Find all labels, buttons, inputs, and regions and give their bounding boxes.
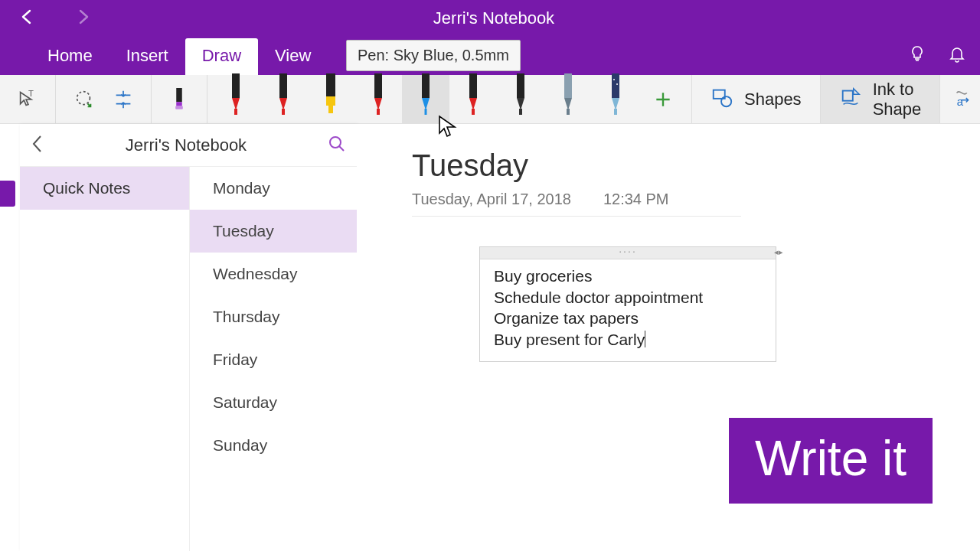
svg-point-1	[77, 91, 90, 104]
svg-rect-2	[176, 88, 182, 102]
page-item[interactable]: Sunday	[190, 424, 357, 467]
pen-red-1[interactable]	[212, 75, 260, 124]
insert-space-icon[interactable]	[103, 75, 143, 123]
sections-list: Quick Notes	[20, 167, 190, 551]
page-item[interactable]: Tuesday	[190, 210, 357, 253]
ink-to-shape-label: Ink to Shape	[873, 80, 922, 119]
mouse-cursor-icon	[438, 115, 458, 142]
svg-rect-29	[612, 73, 619, 98]
page-item[interactable]: Saturday	[190, 381, 357, 424]
tab-home[interactable]: Home	[31, 38, 109, 75]
svg-rect-12	[326, 96, 335, 106]
svg-marker-21	[469, 98, 477, 110]
svg-rect-10	[282, 109, 285, 115]
shapes-label: Shapes	[744, 90, 802, 109]
svg-rect-8	[279, 73, 287, 98]
page-item[interactable]: Thursday	[190, 295, 357, 338]
bell-icon[interactable]	[948, 44, 966, 66]
svg-marker-18	[422, 98, 430, 110]
page-item[interactable]: Friday	[190, 338, 357, 381]
svg-marker-24	[517, 98, 524, 110]
svg-point-35	[721, 96, 731, 106]
pen-gray[interactable]	[544, 75, 592, 124]
highlighter-pen[interactable]	[159, 75, 199, 123]
note-title[interactable]: Tuesday	[412, 148, 980, 183]
section-item[interactable]: Quick Notes	[20, 167, 189, 210]
svg-point-31	[616, 83, 618, 85]
svg-rect-16	[377, 109, 380, 115]
note-line[interactable]: Schedule doctor appointment	[494, 287, 762, 308]
svg-rect-13	[328, 106, 333, 113]
page-item[interactable]: Wednesday	[190, 253, 357, 295]
note-canvas[interactable]: Tuesday Tuesday, April 17, 2018 12:34 PM…	[357, 124, 980, 551]
title-bar: Jerri's Notebook	[0, 0, 980, 37]
svg-marker-9	[279, 98, 287, 110]
tab-insert[interactable]: Insert	[109, 38, 185, 75]
svg-text:a: a	[957, 95, 964, 108]
note-line[interactable]: Buy present for Carly	[494, 329, 762, 350]
text-select-tool-icon[interactable]: T	[8, 75, 47, 123]
note-line[interactable]: Organize tax papers	[494, 308, 762, 329]
svg-rect-25	[519, 109, 522, 115]
container-grip[interactable]: ◂▸	[480, 247, 776, 259]
svg-text:T: T	[28, 89, 34, 98]
svg-marker-32	[612, 98, 619, 110]
lightbulb-icon[interactable]	[908, 44, 926, 66]
svg-rect-14	[374, 73, 382, 98]
svg-marker-27	[564, 98, 572, 110]
window-title: Jerri's Notebook	[92, 8, 896, 28]
ink-to-shape-button[interactable]: Ink to Shape	[820, 75, 940, 123]
svg-rect-20	[469, 73, 477, 98]
add-pen-button[interactable]	[639, 75, 687, 124]
svg-rect-23	[517, 73, 524, 98]
svg-rect-3	[176, 102, 182, 106]
ribbon-tabs: Home Insert Draw View Pen: Sky Blue, 0.5…	[0, 37, 980, 75]
svg-rect-19	[425, 109, 427, 115]
notebook-color-strip[interactable]	[0, 124, 20, 551]
svg-marker-15	[374, 98, 382, 110]
svg-rect-33	[614, 109, 617, 115]
pages-list: Monday Tuesday Wednesday Thursday Friday…	[190, 167, 357, 551]
resize-handle-icon[interactable]: ◂▸	[774, 247, 783, 257]
shapes-icon	[710, 86, 733, 113]
navigation-panel: Jerri's Notebook Quick Notes Monday Tues…	[20, 124, 357, 551]
svg-rect-28	[567, 109, 570, 115]
note-time: 12:34 PM	[603, 191, 669, 208]
overlay-banner: Write it	[729, 418, 933, 504]
note-line[interactable]: Buy groceries	[494, 266, 762, 287]
tab-view[interactable]: View	[258, 38, 328, 75]
svg-rect-5	[232, 73, 240, 98]
note-container[interactable]: ◂▸ Buy groceries Schedule doctor appoint…	[479, 246, 776, 362]
svg-rect-22	[472, 109, 475, 115]
back-arrow-icon[interactable]	[18, 8, 37, 29]
search-icon[interactable]	[328, 135, 346, 156]
svg-rect-4	[175, 106, 183, 109]
pen-galaxy[interactable]	[592, 75, 639, 124]
svg-rect-11	[326, 73, 335, 96]
pen-red-2[interactable]	[260, 75, 307, 124]
pen-red-3[interactable]	[354, 75, 402, 124]
pen-yellow[interactable]	[307, 75, 354, 124]
pen-black[interactable]	[497, 75, 544, 124]
note-text[interactable]: Buy groceries Schedule doctor appointmen…	[480, 259, 776, 361]
svg-marker-6	[232, 98, 240, 110]
notebook-name[interactable]: Jerri's Notebook	[44, 135, 328, 155]
svg-point-30	[613, 79, 615, 80]
shapes-button[interactable]: Shapes	[691, 75, 820, 123]
svg-point-38	[330, 137, 341, 148]
ink-to-shape-icon	[839, 86, 862, 113]
ink-to-text-button[interactable]: a	[939, 75, 980, 123]
lasso-select-icon[interactable]	[64, 75, 103, 123]
text-caret	[645, 331, 645, 347]
svg-rect-17	[422, 73, 430, 98]
panel-back-icon[interactable]	[31, 134, 44, 157]
svg-rect-36	[842, 90, 852, 100]
tab-draw[interactable]: Draw	[185, 38, 258, 75]
svg-rect-26	[564, 73, 572, 98]
svg-rect-7	[234, 109, 237, 115]
draw-toolbar: T	[0, 75, 980, 124]
pen-tooltip: Pen: Sky Blue, 0.5mm	[346, 40, 521, 71]
page-item[interactable]: Monday	[190, 167, 357, 210]
forward-arrow-icon[interactable]	[74, 8, 92, 29]
ink-to-text-icon: a	[952, 86, 975, 113]
